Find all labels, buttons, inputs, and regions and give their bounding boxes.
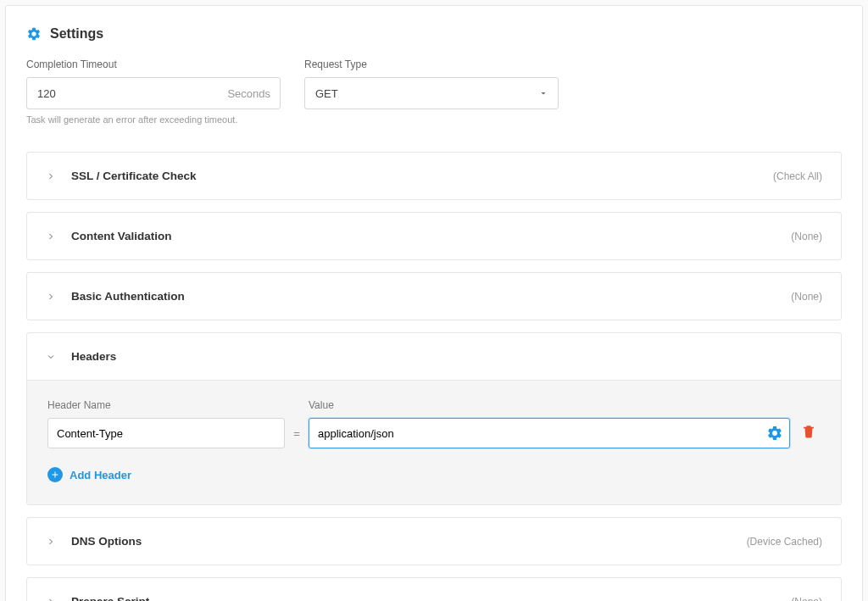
section-ssl-head[interactable]: SSL / Certificate Check (Check All) xyxy=(27,153,841,199)
completion-timeout-input-wrap: Seconds xyxy=(26,77,281,109)
header-name-col: Header Name xyxy=(47,399,285,448)
request-type-select[interactable]: GET xyxy=(304,77,559,109)
settings-panel: Settings Completion Timeout Seconds Task… xyxy=(5,5,863,601)
header-delete-col xyxy=(797,422,821,448)
gear-icon xyxy=(26,26,42,42)
header-value-col: Value xyxy=(309,399,790,448)
chevron-right-icon xyxy=(46,171,56,181)
completion-timeout-input[interactable] xyxy=(26,77,281,109)
chevron-right-icon xyxy=(46,292,56,302)
section-basic-auth-title: Basic Authentication xyxy=(71,290,791,303)
section-content-validation-title: Content Validation xyxy=(71,230,791,242)
section-ssl-title: SSL / Certificate Check xyxy=(71,170,773,182)
section-headers-head[interactable]: Headers xyxy=(27,333,841,380)
section-basic-auth-status: (None) xyxy=(791,291,822,303)
section-basic-auth: Basic Authentication (None) xyxy=(26,272,842,320)
chevron-right-icon xyxy=(46,597,56,602)
section-dns-head[interactable]: DNS Options (Device Cached) xyxy=(27,518,841,565)
header-value-label: Value xyxy=(309,399,790,411)
completion-timeout-helper: Task will generate an error after exceed… xyxy=(26,114,281,125)
section-prepare-script: Prepare Script (None) xyxy=(26,577,842,601)
chevron-down-icon xyxy=(46,352,56,362)
section-content-validation-head[interactable]: Content Validation (None) xyxy=(27,213,841,259)
section-headers: Headers Header Name = Value xyxy=(26,332,842,505)
section-ssl: SSL / Certificate Check (Check All) xyxy=(26,152,842,200)
section-basic-auth-head[interactable]: Basic Authentication (None) xyxy=(27,273,841,320)
section-dns: DNS Options (Device Cached) xyxy=(26,517,842,565)
section-prepare-script-title: Prepare Script xyxy=(71,595,791,601)
header-name-input[interactable] xyxy=(47,418,285,448)
section-headers-title: Headers xyxy=(71,350,822,363)
header-name-label: Header Name xyxy=(47,399,285,411)
request-type-label: Request Type xyxy=(304,58,559,70)
section-prepare-script-head[interactable]: Prepare Script (None) xyxy=(27,578,841,601)
settings-top-row: Completion Timeout Seconds Task will gen… xyxy=(26,58,842,125)
chevron-right-icon xyxy=(46,231,56,242)
section-content-validation-status: (None) xyxy=(791,231,822,242)
completion-timeout-field: Completion Timeout Seconds Task will gen… xyxy=(26,58,281,125)
completion-timeout-label: Completion Timeout xyxy=(26,58,281,70)
gear-icon[interactable] xyxy=(766,425,783,442)
header-row: Header Name = Value xyxy=(47,399,821,448)
section-dns-title: DNS Options xyxy=(71,535,747,548)
section-ssl-status: (Check All) xyxy=(773,170,822,182)
header-value-input[interactable] xyxy=(309,418,790,448)
equals-sign: = xyxy=(292,427,302,448)
request-type-select-wrap: GET xyxy=(304,77,559,109)
delete-header-button[interactable] xyxy=(799,422,818,441)
add-header-button[interactable]: Add Header xyxy=(47,467,821,482)
settings-header: Settings xyxy=(26,26,842,42)
trash-icon xyxy=(801,424,816,439)
section-content-validation: Content Validation (None) xyxy=(26,212,842,260)
page-title: Settings xyxy=(50,26,103,42)
add-header-label: Add Header xyxy=(70,469,131,481)
request-type-field: Request Type GET xyxy=(304,58,559,125)
section-prepare-script-status: (None) xyxy=(791,596,822,602)
headers-body: Header Name = Value xyxy=(27,380,841,504)
request-type-selected: GET xyxy=(315,87,338,100)
chevron-right-icon xyxy=(46,537,56,547)
plus-circle-icon xyxy=(47,467,63,482)
section-dns-status: (Device Cached) xyxy=(747,536,822,548)
